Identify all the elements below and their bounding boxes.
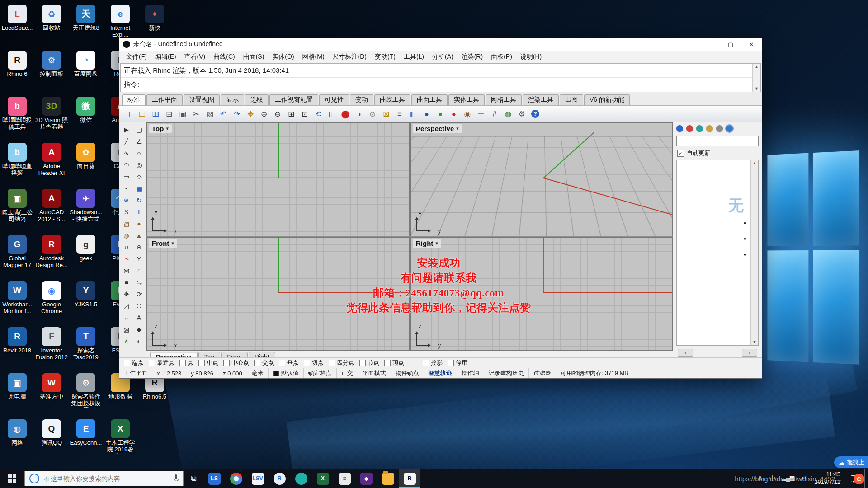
status-pane[interactable]: 记录建构历史 <box>484 368 529 378</box>
osnap-toggle[interactable]: 中点 <box>198 359 218 367</box>
taskbar-app-locaspace[interactable]: LS <box>203 469 225 488</box>
desktop-icon[interactable]: R Autodesk Design Re... <box>34 235 69 280</box>
arc-icon[interactable]: ◠ <box>120 159 132 170</box>
material-icon[interactable]: ◉ <box>461 108 474 120</box>
move-icon[interactable]: ✥ <box>120 288 132 300</box>
undo-view-icon[interactable]: ⟲ <box>312 108 325 120</box>
point-icon[interactable]: • <box>120 183 132 194</box>
start-button[interactable] <box>0 469 24 488</box>
help-icon[interactable]: ? <box>529 108 542 120</box>
properties-panel-icon[interactable] <box>676 125 683 132</box>
hide-object-icon[interactable]: ⊘ <box>366 108 379 120</box>
hatch-icon[interactable]: ▨ <box>120 324 132 335</box>
layers-icon[interactable]: ≡ <box>393 108 406 120</box>
taskbar-app-excel[interactable]: X <box>312 469 334 488</box>
panel-scrollbar[interactable]: ▲ ▼ <box>750 160 758 345</box>
toolbar-tab[interactable]: 显示 <box>221 94 244 105</box>
extrude-icon[interactable]: ⇧ <box>133 206 145 217</box>
desktop-icon[interactable]: ◍ 网络 <box>0 419 34 465</box>
menu-item[interactable]: 查看(V) <box>180 52 210 62</box>
zoom-extents-icon[interactable]: ⊡ <box>298 108 311 120</box>
block-icon[interactable]: ◆ <box>133 324 145 335</box>
car-demo-icon[interactable]: ⬤ <box>339 108 352 120</box>
command-area[interactable]: 正在载入 Rhino 渲染，版本 1.50, Jun 4 2018, 14:03… <box>120 63 761 92</box>
desktop-icon[interactable]: 地形数据 <box>103 373 137 418</box>
toolbar-tab[interactable]: 工作平面 <box>146 94 183 105</box>
status-pane[interactable]: 毫米 <box>247 368 269 378</box>
help-panel-icon[interactable] <box>706 125 713 132</box>
zoom-window-icon[interactable]: ⊞ <box>285 108 297 120</box>
properties-icon[interactable]: ▥ <box>407 108 420 120</box>
offset-icon[interactable]: ≡ <box>120 277 132 288</box>
checkbox[interactable] <box>149 360 155 366</box>
checkbox[interactable] <box>198 360 205 366</box>
checkbox[interactable] <box>423 360 429 366</box>
save-icon[interactable]: ▦ <box>149 108 162 120</box>
fillet-icon[interactable]: ◜ <box>133 265 145 276</box>
checkbox[interactable] <box>124 360 130 366</box>
rectangle-icon[interactable]: ▭ <box>120 171 132 182</box>
menu-item[interactable]: 网格(M) <box>298 52 329 62</box>
undo-icon[interactable]: ↶ <box>217 108 230 120</box>
osnap-toggle[interactable]: 四分点 <box>329 359 354 367</box>
osnap-toggle[interactable]: 最近点 <box>149 359 175 367</box>
status-pane[interactable]: z 0.000 <box>218 368 247 378</box>
trim-icon[interactable]: ✂ <box>120 253 132 264</box>
viewport-top-label[interactable]: Top <box>149 124 172 133</box>
desktop-icon[interactable]: T 探索者 Tssd2019 <box>69 327 103 372</box>
sphere-icon[interactable]: ● <box>133 218 145 229</box>
panel-next-button[interactable]: › <box>742 349 757 357</box>
join-icon[interactable]: ⋈ <box>120 265 132 276</box>
render-green-icon[interactable]: ● <box>434 108 447 120</box>
scroll-up-icon[interactable]: ▲ <box>755 64 759 70</box>
menu-item[interactable]: 面板(P) <box>487 52 516 62</box>
desktop-icon[interactable]: ◉ Google Chrome <box>34 281 69 326</box>
osnap-toggle[interactable]: 顶点 <box>384 359 404 367</box>
taskbar-app-lsv[interactable]: LSV <box>247 469 269 488</box>
desktop-icon[interactable]: 天 天正建筑8 <box>69 5 103 50</box>
paste-icon[interactable]: ▧ <box>203 108 216 120</box>
render-tools-icon[interactable]: ◐ <box>133 335 145 347</box>
toolbar-tab[interactable]: 选取 <box>245 94 269 105</box>
desktop-icon[interactable]: Q 腾讯QQ <box>34 419 69 465</box>
panel-prev-button[interactable]: ‹ <box>678 349 693 357</box>
layers-panel-icon[interactable] <box>686 125 693 132</box>
taskbar-app-explorer[interactable] <box>377 469 399 488</box>
taskbar-app-chrome[interactable] <box>225 469 247 488</box>
status-pane[interactable]: 操作轴 <box>457 368 484 378</box>
scroll-down-icon[interactable]: ▼ <box>753 339 757 345</box>
desktop-icon[interactable]: W Workshar... Monitor f... <box>0 281 34 326</box>
boolean-difference-icon[interactable]: ⊖ <box>133 241 145 253</box>
toolbar-tab[interactable]: 出图 <box>560 94 583 105</box>
desktop-icon[interactable]: R Revit 2018 <box>0 327 34 372</box>
desktop-icon[interactable]: A AutoCAD 2012 - S... <box>34 189 69 234</box>
panel-content-list[interactable]: 无 ••• ▲ ▼ <box>676 160 759 346</box>
split-icon[interactable]: Y <box>133 253 145 264</box>
minimize-button[interactable]: — <box>699 38 720 51</box>
menu-item[interactable]: 实体(O) <box>268 52 298 62</box>
microphone-icon[interactable] <box>173 474 179 483</box>
toolbar-tab[interactable]: 标准 <box>122 94 146 105</box>
osnap-toggle[interactable]: 垂点 <box>279 359 299 367</box>
taskbar-app-notes[interactable]: ≡ <box>334 469 355 488</box>
gumball-icon[interactable]: ✛ <box>475 108 487 120</box>
checkbox[interactable] <box>254 360 260 366</box>
toolbar-tab[interactable]: 曲线工具 <box>374 94 410 105</box>
desktop-icon[interactable]: ✈ Shadowso... - 快捷方式 <box>69 189 103 234</box>
osnap-toggle[interactable]: 节点 <box>359 359 379 367</box>
checkbox[interactable] <box>329 360 335 366</box>
checkbox[interactable] <box>359 360 366 366</box>
desktop-icon[interactable]: 微 微信 <box>69 97 103 142</box>
revolve-icon[interactable]: ↻ <box>133 194 145 206</box>
status-pane[interactable]: x -12.523 <box>152 368 186 378</box>
zoom-dynamic-icon[interactable]: ⊕ <box>258 108 270 120</box>
osnap-toggle[interactable]: 交点 <box>254 359 274 367</box>
boolean-union-icon[interactable]: ∪ <box>120 241 132 253</box>
status-pane[interactable]: 物件锁点 <box>391 368 424 378</box>
menu-item[interactable]: 曲线(C) <box>209 52 239 62</box>
window-titlebar[interactable]: 未命名 - Undefined 6 Undefined — ▢ ✕ <box>119 38 762 51</box>
desktop-icon[interactable]: E EasyConn... <box>69 419 103 465</box>
desktop-icon[interactable]: W 基准方中 <box>34 373 69 418</box>
menu-item[interactable]: 文件(F) <box>122 52 151 62</box>
taskbar-app-teal[interactable] <box>290 469 312 488</box>
